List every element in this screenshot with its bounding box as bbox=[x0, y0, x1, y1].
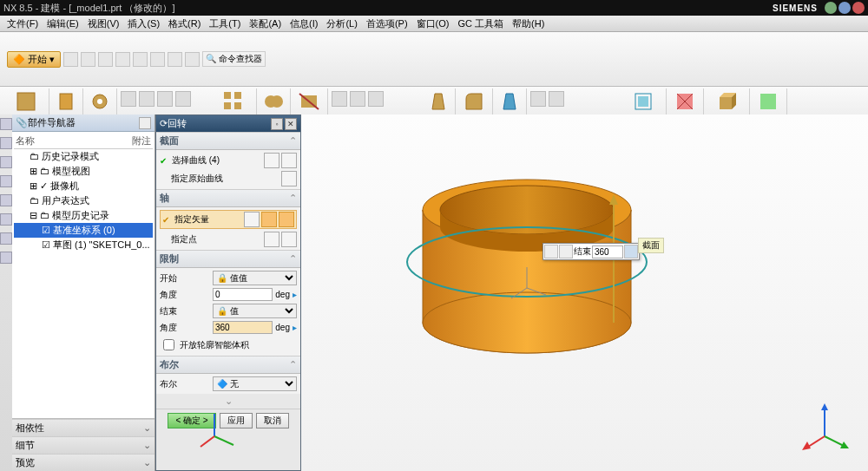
row-point[interactable]: 指定点 bbox=[160, 232, 297, 247]
qa-cut[interactable] bbox=[150, 52, 165, 67]
tree-model-history[interactable]: ⊟ 🗀 模型历史记录 bbox=[14, 208, 153, 223]
menu-file[interactable]: 文件(F) bbox=[3, 17, 42, 30]
dlg-close-icon[interactable]: ✕ bbox=[285, 118, 297, 130]
bt-detail[interactable]: 细节⌄ bbox=[12, 436, 155, 454]
dlg-title: 回转 bbox=[168, 117, 187, 130]
inp-start-angle[interactable] bbox=[213, 288, 273, 301]
sec-limits[interactable]: 限制⌃ bbox=[156, 250, 300, 268]
dlg-titlebar[interactable]: ⟳ 回转 ◦✕ bbox=[156, 115, 300, 132]
mico1[interactable] bbox=[121, 91, 136, 107]
mico6[interactable] bbox=[350, 91, 365, 107]
mico7[interactable] bbox=[368, 91, 384, 107]
qa-open[interactable] bbox=[81, 52, 95, 67]
col-note[interactable]: 附注 bbox=[132, 134, 151, 147]
chk-openbody[interactable] bbox=[163, 339, 174, 350]
rb-cons-icon[interactable] bbox=[0, 156, 12, 168]
dynamic-input[interactable]: 结束 bbox=[542, 243, 640, 260]
menu-assembly[interactable]: 装配(A) bbox=[246, 17, 285, 30]
command-finder[interactable]: 🔍 命令查找器 bbox=[202, 51, 266, 67]
row-orig-curve[interactable]: 指定原始曲线 bbox=[160, 171, 297, 186]
bt-depend[interactable]: 相依性⌄ bbox=[12, 419, 155, 436]
maximize-button[interactable] bbox=[838, 2, 851, 14]
qa-new[interactable] bbox=[63, 52, 78, 67]
tree-history-mode[interactable]: 🗀 历史记录模式 bbox=[14, 149, 153, 164]
qa-redo[interactable] bbox=[133, 52, 148, 67]
rb-reuse-icon[interactable] bbox=[0, 175, 12, 187]
nav-tree[interactable]: 名称附注 🗀 历史记录模式 ⊞ 🗀 模型视图 ⊞ ✓ 摄像机 🗀 用户表达式 ⊟… bbox=[12, 132, 155, 418]
pt-infer-icon[interactable] bbox=[264, 232, 279, 247]
svg-point-23 bbox=[423, 292, 631, 353]
tree-model-views[interactable]: ⊞ 🗀 模型视图 bbox=[14, 164, 153, 179]
vec-infer-icon[interactable] bbox=[244, 212, 260, 227]
vec-dir-icon[interactable] bbox=[261, 212, 277, 227]
pt-dialog-icon[interactable] bbox=[281, 232, 297, 247]
close-button[interactable] bbox=[852, 2, 865, 14]
tree-sketch[interactable]: ☑ 草图 (1) "SKETCH_0... bbox=[14, 238, 153, 252]
menu-help[interactable]: 帮助(H) bbox=[509, 17, 548, 30]
mico2[interactable] bbox=[139, 91, 155, 107]
start-button[interactable]: 🔶开始▾ bbox=[7, 51, 61, 68]
sec-axis[interactable]: 轴⌃ bbox=[156, 189, 300, 207]
menu-format[interactable]: 格式(R) bbox=[165, 17, 204, 30]
menu-prefs[interactable]: 首选项(P) bbox=[363, 17, 411, 30]
menu-window[interactable]: 窗口(O) bbox=[413, 17, 453, 30]
origcurve-icon[interactable] bbox=[281, 171, 297, 186]
row-vector[interactable]: ✔指定矢量 bbox=[160, 210, 297, 229]
mico8[interactable] bbox=[530, 91, 546, 107]
inp-end-angle[interactable] bbox=[213, 321, 273, 334]
di-enter-icon[interactable] bbox=[624, 245, 638, 258]
qa-paste[interactable] bbox=[185, 52, 200, 67]
minimize-button[interactable] bbox=[825, 2, 837, 14]
rb-role-icon[interactable] bbox=[0, 252, 12, 264]
sec-bool[interactable]: 布尔⌃ bbox=[156, 356, 300, 374]
di-value[interactable] bbox=[592, 245, 623, 258]
bt-preview[interactable]: 预览⌄ bbox=[12, 454, 155, 471]
graphics-viewport[interactable]: 结束 截面 bbox=[301, 114, 868, 471]
svg-rect-7 bbox=[234, 102, 241, 109]
menu-view[interactable]: 视图(V) bbox=[84, 17, 123, 30]
menu-tools[interactable]: 工具(T) bbox=[206, 17, 244, 30]
sel-start[interactable]: 🔒 值值 bbox=[213, 271, 297, 285]
di-mode-icon[interactable] bbox=[559, 245, 573, 258]
view-triad[interactable] bbox=[799, 402, 851, 454]
menu-edit[interactable]: 编辑(E) bbox=[43, 17, 82, 30]
curve-rule-icon[interactable] bbox=[264, 153, 279, 168]
svg-marker-33 bbox=[821, 403, 828, 410]
section-chip[interactable]: 截面 bbox=[638, 238, 664, 253]
mico9[interactable] bbox=[549, 91, 564, 107]
sel-bool[interactable]: 🔷 无 bbox=[213, 376, 297, 391]
mico4[interactable] bbox=[175, 91, 191, 107]
ribbon: 🔶开始▾ 🔍 命令查找器 bbox=[0, 32, 868, 87]
row-select-curve[interactable]: ✔选择曲线 (4) bbox=[160, 153, 297, 168]
qa-copy[interactable] bbox=[168, 52, 182, 67]
di-lock-icon[interactable] bbox=[544, 245, 558, 258]
sel-end[interactable]: 🔒 值 bbox=[213, 304, 297, 318]
qa-undo[interactable] bbox=[115, 52, 130, 67]
model-render bbox=[301, 114, 868, 471]
mico3[interactable] bbox=[157, 91, 173, 107]
col-name[interactable]: 名称 bbox=[16, 134, 132, 147]
qa-save[interactable] bbox=[98, 52, 113, 67]
svg-marker-12 bbox=[432, 94, 444, 109]
tree-user-expr[interactable]: 🗀 用户表达式 bbox=[14, 193, 153, 208]
tree-datum-csys[interactable]: ☑ 基准坐标系 (0) bbox=[14, 223, 153, 238]
menu-insert[interactable]: 插入(S) bbox=[124, 17, 163, 30]
nav-gear-icon[interactable] bbox=[139, 117, 151, 129]
rb-hd3d-icon[interactable] bbox=[0, 194, 12, 206]
rb-asm-icon[interactable] bbox=[0, 137, 12, 149]
dlg-pin-icon[interactable]: ◦ bbox=[271, 118, 283, 130]
sec-section[interactable]: 截面⌃ bbox=[156, 132, 300, 150]
row-openbody[interactable]: 开放轮廓智能体积 bbox=[160, 337, 297, 353]
btn-cancel[interactable]: 取消 bbox=[256, 413, 289, 428]
menu-analysis[interactable]: 分析(L) bbox=[323, 17, 360, 30]
menu-info[interactable]: 信息(I) bbox=[286, 17, 321, 30]
di-label: 结束 bbox=[574, 245, 591, 258]
mico5[interactable] bbox=[332, 91, 347, 107]
rb-web-icon[interactable] bbox=[0, 213, 12, 226]
rb-hist-icon[interactable] bbox=[0, 232, 12, 245]
tree-cameras[interactable]: ⊞ ✓ 摄像机 bbox=[14, 179, 153, 193]
curve-sketch-icon[interactable] bbox=[281, 153, 297, 168]
vec-reverse-icon[interactable] bbox=[279, 212, 294, 227]
menu-gc[interactable]: GC 工具箱 bbox=[454, 17, 507, 30]
rb-nav-icon[interactable] bbox=[0, 118, 12, 130]
